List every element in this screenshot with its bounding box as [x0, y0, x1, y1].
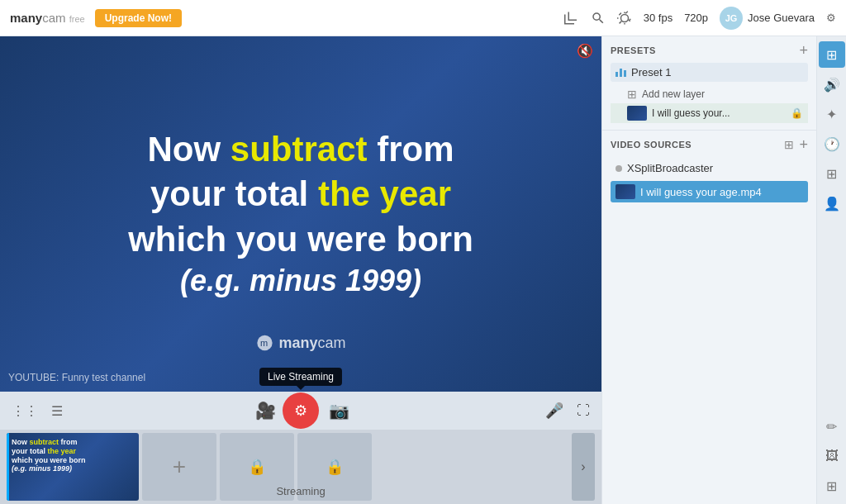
svg-text:m: m [260, 338, 268, 348]
preset-1-item[interactable]: Preset 1 [611, 63, 808, 82]
user-name: Jose Guevara [748, 12, 815, 24]
video-area: Now subtract from your total the year wh… [0, 36, 601, 504]
upgrade-button[interactable]: Upgrade Now! [95, 9, 182, 27]
apps-icon[interactable]: ⊞ [819, 473, 845, 499]
presets-title: PRESETS [611, 45, 656, 55]
channel-label: YOUTUBE: Funny test channel [8, 372, 145, 383]
adjust-icon[interactable]: ⊞ [784, 138, 794, 151]
top-bar-controls: 30 fps 720p JG Jose Guevara ⚙ [564, 7, 836, 30]
add-source-icon[interactable]: + [799, 137, 808, 152]
live-streaming-tooltip: Live Streaming [259, 368, 342, 386]
live-streaming-container: ⚙ Live Streaming [283, 392, 319, 429]
top-bar: manycam free Upgrade Now! 30 fps 720p JG… [0, 0, 846, 36]
source-name-xsplit: XSplitBroadcaster [627, 162, 713, 174]
thumbnail-strip: Now subtract from your total the year wh… [0, 430, 601, 504]
grid-icon[interactable]: ⊞ [819, 160, 845, 187]
thumbnail-main[interactable]: Now subtract from your total the year wh… [7, 433, 139, 501]
active-indicator [7, 433, 9, 501]
brightness-icon[interactable] [617, 11, 632, 26]
right-icon-bar: ⊞ 🔊 ✦ 🕐 ⊞ 👤 ✏ 🖼 ⊞ [816, 36, 846, 504]
preset-view-icon[interactable]: ⊞ [819, 41, 845, 68]
snapshot-icon[interactable]: 📷 [326, 397, 353, 424]
user-avatar: JG [720, 7, 743, 30]
video-content: Now subtract from your total the year wh… [0, 36, 601, 392]
user-info: JG Jose Guevara [720, 7, 815, 30]
live-streaming-button[interactable]: ⚙ [283, 392, 319, 429]
person-icon[interactable]: 👤 [819, 190, 845, 216]
presets-section: PRESETS + Preset 1 ⊞ Add new layer I wil… [602, 36, 816, 131]
video-line4: (e.g. minus 1999) [128, 262, 473, 301]
add-layer-label: Add new layer [642, 88, 705, 100]
watermark: m manycam [255, 334, 345, 352]
thumbnail-text: Now subtract from your total the year wh… [7, 433, 139, 478]
presets-header: PRESETS + [611, 43, 808, 58]
add-layer-item[interactable]: ⊞ Add new layer [611, 85, 808, 103]
video-source-xsplit[interactable]: XSplitBroadcaster [611, 159, 808, 178]
microphone-icon[interactable]: 🎤 [542, 398, 567, 423]
effects-icon[interactable]: ✦ [819, 101, 845, 127]
camera-icon[interactable]: 🎥 [255, 401, 276, 421]
fullscreen-icon[interactable]: ⛶ [573, 400, 593, 421]
video-text: Now subtract from your total the year wh… [128, 127, 473, 302]
layer-name: I will guess your... [652, 107, 786, 119]
settings-icon[interactable]: ⚙ [826, 12, 836, 24]
video-sources-section: VIDEO SOURCES ⊞ + XSplitBroadcaster I wi… [602, 131, 816, 504]
thumbnail-nav-button[interactable]: › [572, 433, 595, 501]
preset-1-label: Preset 1 [631, 66, 671, 78]
video-player: Now subtract from your total the year wh… [0, 36, 601, 392]
image-icon[interactable]: 🖼 [819, 443, 845, 469]
bottom-controls-strip: ⋮⋮ ☰ 🎥 ⚙ Live Streaming 📷 🎤 ⛶ [0, 392, 601, 430]
fps-display: 30 fps [644, 12, 673, 24]
main-layout: Now subtract from your total the year wh… [0, 36, 846, 504]
layer-lock-icon: 🔒 [791, 107, 803, 119]
video-sources-title: VIDEO SOURCES [611, 140, 692, 150]
add-source-button[interactable]: + [142, 433, 216, 501]
source-thumbnail [615, 184, 635, 199]
resolution-display: 720p [684, 12, 708, 24]
streaming-label: Streaming [276, 485, 325, 497]
menu-icon[interactable]: ☰ [48, 400, 66, 422]
layer-thumbnail [627, 106, 647, 121]
video-sources-header: VIDEO SOURCES ⊞ + [611, 137, 808, 152]
video-line3: which you were born [128, 217, 473, 263]
audio-icon[interactable]: 🔊 [819, 71, 845, 97]
video-line2: your total the year [128, 172, 473, 217]
right-panel: PRESETS + Preset 1 ⊞ Add new layer I wil… [601, 36, 816, 504]
app-logo: manycam free [10, 11, 85, 25]
layer-video-item[interactable]: I will guess your... 🔒 [611, 103, 808, 123]
mute-icon[interactable]: 🔇 [577, 43, 593, 59]
source-status-dot [615, 165, 622, 172]
edit-icon[interactable]: ✏ [819, 413, 845, 440]
zoom-icon[interactable] [591, 11, 606, 26]
brand-watermark: manycam [278, 335, 345, 352]
video-source-mp4[interactable]: I will guess your age.mp4 [611, 181, 808, 202]
add-layer-icon: ⊞ [627, 88, 637, 101]
crop-icon[interactable] [564, 11, 579, 26]
drag-handle-icon: ⋮⋮ [8, 400, 41, 422]
history-icon[interactable]: 🕐 [819, 131, 845, 157]
add-preset-button[interactable]: + [799, 43, 808, 58]
preset-bars-icon [615, 69, 626, 77]
source-name-mp4: I will guess your age.mp4 [640, 186, 762, 198]
video-line1: Now subtract from [128, 127, 473, 173]
